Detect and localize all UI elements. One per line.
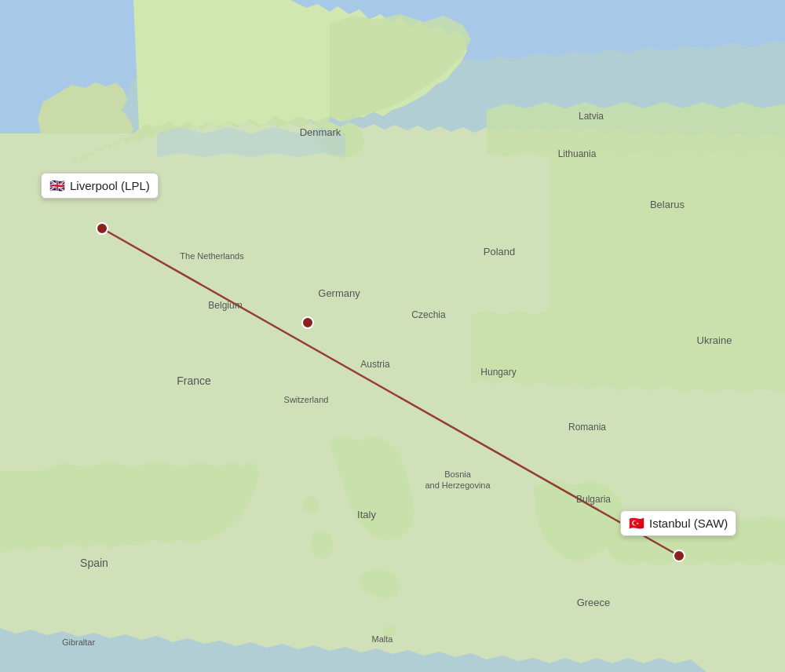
svg-text:Poland: Poland (484, 246, 515, 257)
svg-point-27 (674, 550, 685, 561)
svg-text:Ukraine: Ukraine (697, 334, 732, 346)
origin-flag: 🇬🇧 (49, 178, 65, 193)
map-svg: Denmark Latvia Lithuania Belarus Poland … (0, 0, 785, 672)
svg-text:Hungary: Hungary (480, 367, 516, 378)
svg-text:Lithuania: Lithuania (558, 148, 597, 159)
svg-text:Greece: Greece (577, 597, 611, 608)
svg-text:Austria: Austria (360, 359, 390, 370)
svg-point-26 (97, 223, 108, 234)
destination-flag: 🇹🇷 (629, 516, 644, 531)
origin-label: 🇬🇧 Liverpool (LPL) (41, 173, 159, 199)
svg-text:Gibraltar: Gibraltar (62, 637, 96, 647)
destination-label: 🇹🇷 Istanbul (SAW) (620, 510, 736, 536)
svg-text:France: France (177, 374, 211, 387)
svg-text:and Herzegovina: and Herzegovina (425, 480, 491, 490)
svg-text:Bosnia: Bosnia (444, 469, 472, 479)
svg-text:Germany: Germany (318, 287, 360, 299)
svg-text:Italy: Italy (357, 509, 376, 520)
svg-text:The Netherlands: The Netherlands (180, 251, 244, 261)
svg-text:Spain: Spain (80, 557, 108, 569)
svg-text:Latvia: Latvia (579, 111, 604, 122)
svg-text:Belgium: Belgium (208, 300, 242, 311)
svg-text:Czechia: Czechia (411, 309, 446, 320)
map-container: Denmark Latvia Lithuania Belarus Poland … (0, 0, 785, 672)
svg-point-25 (302, 317, 313, 328)
destination-label-text: Istanbul (SAW) (649, 517, 728, 530)
svg-text:Bulgaria: Bulgaria (576, 494, 611, 505)
svg-text:Romania: Romania (568, 422, 606, 433)
svg-text:Switzerland: Switzerland (284, 395, 329, 404)
svg-text:Belarus: Belarus (650, 199, 685, 210)
svg-text:Malta: Malta (372, 634, 394, 644)
svg-text:Denmark: Denmark (300, 126, 341, 138)
origin-label-text: Liverpool (LPL) (70, 179, 150, 192)
